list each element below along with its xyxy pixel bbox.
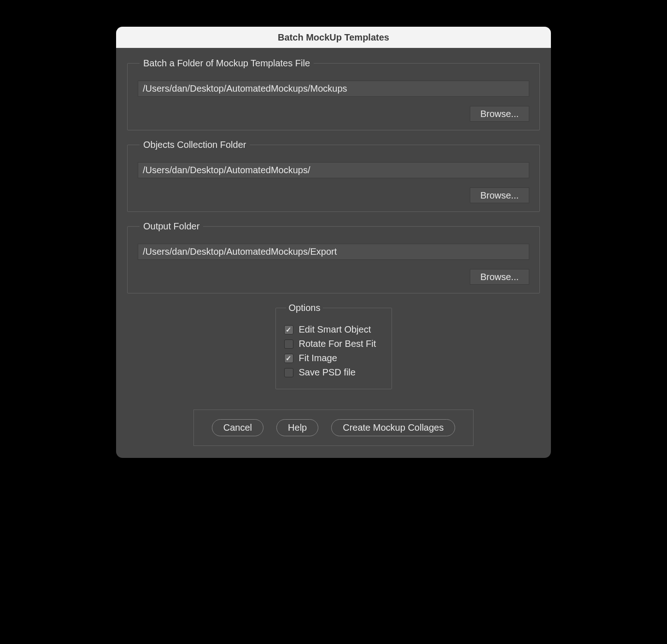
checkbox-edit-smart-object[interactable]	[284, 325, 293, 334]
mockup-folder-group: Batch a Folder of Mockup Templates File …	[127, 58, 540, 130]
objects-browse-button[interactable]: Browse...	[470, 187, 529, 203]
help-button[interactable]: Help	[276, 419, 318, 436]
label-save-psd: Save PSD file	[299, 367, 356, 378]
mockup-folder-input[interactable]	[138, 81, 529, 97]
label-fit-image: Fit Image	[299, 353, 337, 363]
mockup-folder-legend: Batch a Folder of Mockup Templates File	[140, 58, 314, 69]
objects-folder-input[interactable]	[138, 162, 529, 178]
mockup-browse-button[interactable]: Browse...	[470, 106, 529, 122]
mockup-browse-row: Browse...	[138, 106, 529, 122]
objects-folder-legend: Objects Collection Folder	[140, 140, 250, 150]
checkbox-fit-image[interactable]	[284, 354, 293, 363]
option-rotate-best-fit: Rotate For Best Fit	[284, 339, 381, 349]
options-wrap: Options Edit Smart Object Rotate For Bes…	[127, 303, 540, 398]
dialog-window: Batch MockUp Templates Batch a Folder of…	[116, 27, 551, 458]
output-folder-legend: Output Folder	[140, 221, 203, 232]
label-rotate-best-fit: Rotate For Best Fit	[299, 339, 376, 349]
option-edit-smart-object: Edit Smart Object	[284, 324, 381, 335]
button-bar: Cancel Help Create Mockup Collages	[193, 410, 474, 446]
checkbox-save-psd[interactable]	[284, 368, 293, 377]
output-browse-row: Browse...	[138, 269, 529, 285]
output-browse-button[interactable]: Browse...	[470, 269, 529, 285]
options-group: Options Edit Smart Object Rotate For Bes…	[275, 303, 392, 389]
objects-folder-group: Objects Collection Folder Browse...	[127, 140, 540, 212]
dialog-content: Batch a Folder of Mockup Templates File …	[116, 48, 551, 458]
checkbox-rotate-best-fit[interactable]	[284, 340, 293, 349]
option-fit-image: Fit Image	[284, 353, 381, 363]
options-legend: Options	[286, 303, 323, 313]
footer-wrap: Cancel Help Create Mockup Collages	[127, 410, 540, 446]
cancel-button[interactable]: Cancel	[212, 419, 263, 436]
dialog-title: Batch MockUp Templates	[278, 32, 389, 43]
option-save-psd: Save PSD file	[284, 367, 381, 378]
label-edit-smart-object: Edit Smart Object	[299, 324, 371, 335]
dialog-titlebar: Batch MockUp Templates	[116, 27, 551, 48]
output-folder-input[interactable]	[138, 244, 529, 260]
output-folder-group: Output Folder Browse...	[127, 221, 540, 293]
objects-browse-row: Browse...	[138, 187, 529, 203]
create-mockup-collages-button[interactable]: Create Mockup Collages	[331, 419, 455, 436]
